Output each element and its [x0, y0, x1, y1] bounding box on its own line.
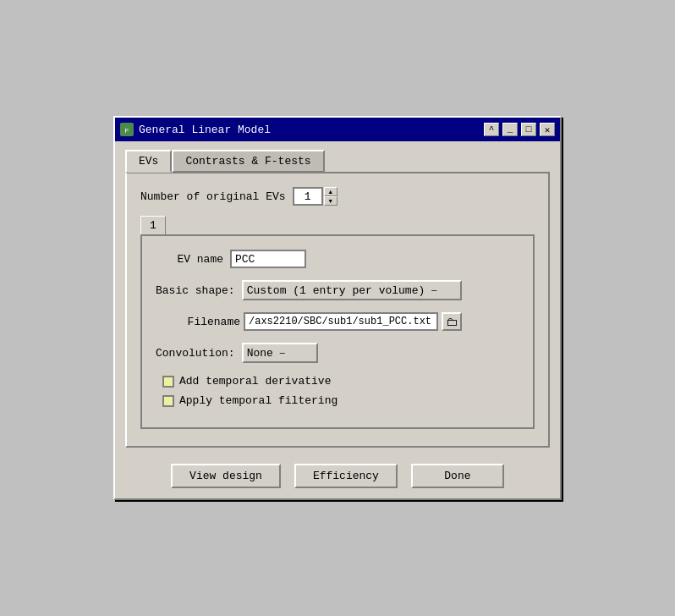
window-body: EVs Contrasts & F-tests Number of origin…: [115, 141, 560, 498]
spin-down-button[interactable]: ▼: [324, 196, 338, 206]
main-tabs: EVs Contrasts & F-tests: [125, 150, 550, 173]
convolution-label: Convolution:: [156, 347, 235, 360]
window-title: General Linear Model: [139, 124, 271, 136]
folder-button[interactable]: 🗀: [442, 312, 462, 331]
button-row: View design Efficiency Done: [125, 464, 550, 488]
done-button[interactable]: Done: [411, 464, 504, 488]
temporal-filtering-row: Apply temporal filtering: [156, 394, 519, 407]
tab-contrasts[interactable]: Contrasts & F-tests: [172, 150, 324, 173]
temporal-derivative-label: Add temporal derivative: [179, 375, 331, 388]
basic-shape-arrow: —: [431, 286, 436, 295]
ev-subtab-1[interactable]: 1: [140, 216, 166, 234]
maximize-button[interactable]: □: [521, 123, 536, 136]
filename-input[interactable]: [244, 312, 438, 331]
ev-name-label: EV name: [156, 253, 223, 266]
temporal-filtering-label: Apply temporal filtering: [179, 394, 338, 407]
close-button[interactable]: ✕: [540, 123, 555, 136]
ev-name-row: EV name: [156, 250, 519, 268]
filename-row: Filename 🗀: [156, 312, 519, 331]
temporal-derivative-row: Add temporal derivative: [156, 375, 519, 388]
tab-evs[interactable]: EVs: [125, 150, 172, 173]
title-bar-controls: ^ _ □ ✕: [484, 123, 555, 136]
title-bar-left: F General Linear Model: [120, 123, 271, 136]
app-icon: F: [120, 123, 134, 136]
efficiency-button[interactable]: Efficiency: [294, 464, 398, 488]
ev-count-spinbox: ▲ ▼: [293, 187, 338, 206]
convolution-row: Convolution: None —: [156, 343, 519, 363]
spinbox-buttons: ▲ ▼: [324, 187, 338, 206]
title-bar: F General Linear Model ^ _ □ ✕: [115, 118, 560, 141]
convolution-arrow: —: [280, 349, 285, 358]
ev-count-row: Number of original EVs ▲ ▼: [140, 187, 535, 206]
ev-count-label: Number of original EVs: [140, 190, 286, 203]
basic-shape-row: Basic shape: Custom (1 entry per volume)…: [156, 280, 519, 300]
temporal-filtering-checkbox[interactable]: [162, 395, 174, 407]
folder-icon: 🗀: [446, 315, 458, 328]
convolution-dropdown[interactable]: None —: [242, 343, 318, 363]
ev-panel: EV name Basic shape: Custom (1 entry per…: [140, 234, 535, 429]
basic-shape-label: Basic shape:: [156, 284, 235, 297]
help-button[interactable]: ^: [484, 123, 499, 136]
ev-count-input[interactable]: [293, 187, 323, 206]
tab-content-evs: Number of original EVs ▲ ▼ 1: [125, 172, 550, 448]
main-window: F General Linear Model ^ _ □ ✕ EVs Contr…: [113, 116, 562, 500]
svg-text:F: F: [125, 127, 129, 135]
minimize-button[interactable]: _: [502, 123, 518, 136]
filename-label: Filename: [156, 316, 240, 328]
temporal-derivative-checkbox[interactable]: [162, 376, 174, 388]
basic-shape-dropdown[interactable]: Custom (1 entry per volume) —: [242, 280, 462, 300]
view-design-button[interactable]: View design: [171, 464, 281, 488]
ev-subtabs: 1: [140, 216, 535, 234]
spin-up-button[interactable]: ▲: [324, 187, 338, 196]
ev-name-input[interactable]: [230, 250, 306, 268]
